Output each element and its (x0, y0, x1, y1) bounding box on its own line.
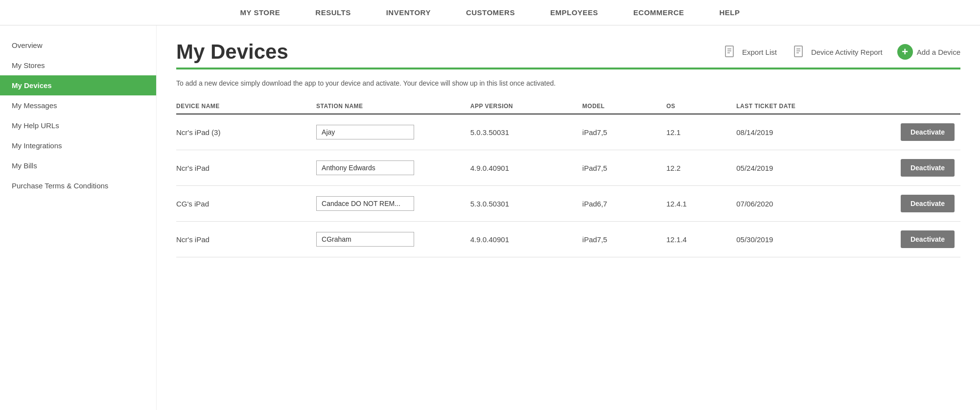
deactivate-button-3[interactable]: Deactivate (901, 230, 955, 248)
devices-table: DEVICE NAMESTATION NAMEAPP VERSIONMODELO… (176, 99, 960, 257)
sidebar-item-my-messages[interactable]: My Messages (0, 95, 156, 115)
page-header: My Devices Export List (176, 40, 960, 64)
sidebar: OverviewMy StoresMy DevicesMy MessagesMy… (0, 25, 157, 410)
deactivate-button-1[interactable]: Deactivate (901, 159, 955, 177)
sidebar-item-my-devices[interactable]: My Devices (0, 75, 156, 95)
green-divider (176, 68, 960, 69)
top-navigation: MY STORERESULTSINVENTORYCUSTOMERSEMPLOYE… (0, 0, 980, 25)
action-cell-0: Deactivate (848, 114, 960, 150)
table-row: Ncr's iPad4.9.0.40901iPad7,512.1.405/30/… (176, 222, 960, 257)
col-header-model: MODEL (583, 99, 667, 114)
export-list-icon (723, 44, 738, 60)
action-cell-1: Deactivate (848, 150, 960, 186)
svg-rect-0 (725, 46, 733, 57)
add-device-label: Add a Device (917, 48, 960, 56)
deactivate-button-0[interactable]: Deactivate (901, 123, 955, 141)
model-0: iPad7,5 (583, 114, 667, 150)
app-version-1: 4.9.0.40901 (470, 150, 583, 186)
action-cell-3: Deactivate (848, 222, 960, 257)
device-name-0: Ncr's iPad (3) (176, 114, 316, 150)
activity-report-icon (792, 44, 807, 60)
os-1: 12.2 (666, 150, 736, 186)
table-row: Ncr's iPad (3)5.0.3.50031iPad7,512.108/1… (176, 114, 960, 150)
info-text: To add a new device simply download the … (176, 79, 960, 87)
main-layout: OverviewMy StoresMy DevicesMy MessagesMy… (0, 25, 980, 410)
app-version-2: 5.3.0.50301 (470, 186, 583, 222)
station-name-cell-0 (316, 114, 470, 150)
last-ticket-date-1: 05/24/2019 (736, 150, 848, 186)
sidebar-item-my-help-urls[interactable]: My Help URLs (0, 115, 156, 136)
station-name-cell-3 (316, 222, 470, 257)
station-name-cell-1 (316, 150, 470, 186)
station-name-input-2[interactable] (316, 196, 414, 211)
os-3: 12.1.4 (666, 222, 736, 257)
nav-item-customers[interactable]: CUSTOMERS (448, 8, 533, 17)
header-actions: Export List Device Activity Report + (723, 44, 960, 60)
model-3: iPad7,5 (583, 222, 667, 257)
nav-item-ecommerce[interactable]: ECOMMERCE (616, 8, 702, 17)
nav-item-employees[interactable]: EMPLOYEES (533, 8, 616, 17)
nav-item-my-store[interactable]: MY STORE (222, 8, 298, 17)
table-body: Ncr's iPad (3)5.0.3.50031iPad7,512.108/1… (176, 114, 960, 257)
nav-item-inventory[interactable]: INVENTORY (369, 8, 448, 17)
device-name-1: Ncr's iPad (176, 150, 316, 186)
add-device-icon: + (897, 44, 913, 60)
table-header-row: DEVICE NAMESTATION NAMEAPP VERSIONMODELO… (176, 99, 960, 114)
station-name-input-0[interactable] (316, 125, 414, 139)
app-version-3: 4.9.0.40901 (470, 222, 583, 257)
sidebar-item-overview[interactable]: Overview (0, 35, 156, 55)
sidebar-item-my-stores[interactable]: My Stores (0, 55, 156, 75)
os-2: 12.4.1 (666, 186, 736, 222)
sidebar-item-purchase-terms[interactable]: Purchase Terms & Conditions (0, 176, 156, 196)
table-row: Ncr's iPad4.9.0.40901iPad7,512.205/24/20… (176, 150, 960, 186)
device-activity-report-label: Device Activity Report (811, 48, 883, 56)
add-device-button[interactable]: + Add a Device (897, 44, 960, 60)
nav-item-results[interactable]: RESULTS (298, 8, 368, 17)
nav-item-help[interactable]: HELP (702, 8, 758, 17)
table-row: CG's iPad5.3.0.50301iPad6,712.4.107/06/2… (176, 186, 960, 222)
svg-rect-4 (794, 46, 802, 57)
export-list-label: Export List (742, 48, 777, 56)
sidebar-item-my-bills[interactable]: My Bills (0, 156, 156, 176)
model-1: iPad7,5 (583, 150, 667, 186)
export-list-button[interactable]: Export List (723, 44, 777, 60)
page-title: My Devices (176, 40, 288, 64)
app-version-0: 5.0.3.50031 (470, 114, 583, 150)
action-cell-2: Deactivate (848, 186, 960, 222)
device-name-2: CG's iPad (176, 186, 316, 222)
last-ticket-date-3: 05/30/2019 (736, 222, 848, 257)
col-header-os: OS (666, 99, 736, 114)
device-activity-report-button[interactable]: Device Activity Report (792, 44, 883, 60)
main-content: My Devices Export List (157, 25, 980, 410)
last-ticket-date-0: 08/14/2019 (736, 114, 848, 150)
sidebar-item-my-integrations[interactable]: My Integrations (0, 136, 156, 156)
os-0: 12.1 (666, 114, 736, 150)
col-header-app-version: APP VERSION (470, 99, 583, 114)
table-header: DEVICE NAMESTATION NAMEAPP VERSIONMODELO… (176, 99, 960, 114)
model-2: iPad6,7 (583, 186, 667, 222)
col-header-last-ticket-date: LAST TICKET DATE (736, 99, 848, 114)
station-name-cell-2 (316, 186, 470, 222)
col-header-action (848, 99, 960, 114)
col-header-device-name: DEVICE NAME (176, 99, 316, 114)
station-name-input-1[interactable] (316, 160, 414, 175)
col-header-station-name: STATION NAME (316, 99, 470, 114)
last-ticket-date-2: 07/06/2020 (736, 186, 848, 222)
deactivate-button-2[interactable]: Deactivate (901, 195, 955, 212)
device-name-3: Ncr's iPad (176, 222, 316, 257)
station-name-input-3[interactable] (316, 232, 414, 247)
